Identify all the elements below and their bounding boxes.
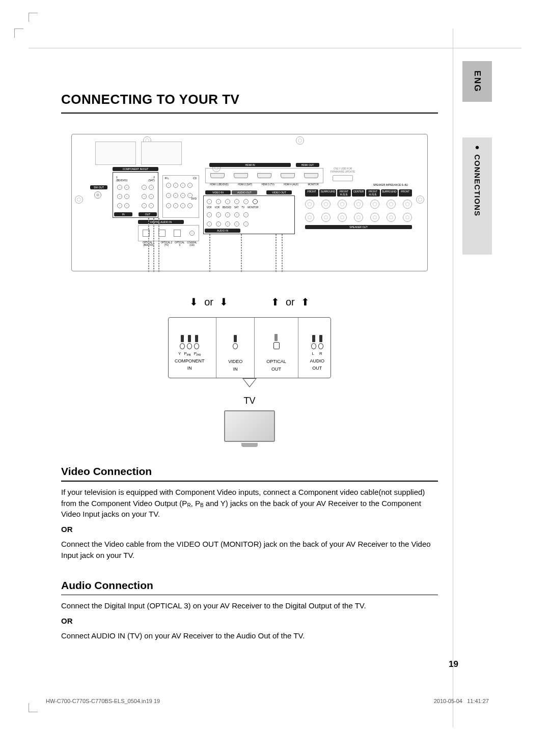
tv-screen-icon: [224, 410, 275, 442]
label-speaker-out: SPEAKER OUT: [305, 225, 412, 229]
tv-ports-box: Y PPB PPR COMPONENT IN VIDEO IN OPTICAL …: [168, 317, 331, 378]
cable: [282, 234, 283, 272]
tv-label: TV: [222, 396, 278, 406]
or-label: or: [204, 296, 213, 308]
title-rule: [61, 113, 438, 114]
port-optical: OPTICAL OUT: [266, 327, 286, 372]
label-in: IN: [114, 212, 132, 216]
label-digital-audio-in: DIGITAL AUDIO IN: [138, 220, 184, 224]
or-label: OR: [61, 617, 438, 625]
hdmi-port: [257, 173, 271, 178]
label-hdmi-out: HDMI OUT: [296, 163, 319, 167]
screw-icon: [75, 195, 83, 204]
arrow-down-icon: ⬇: [219, 296, 228, 308]
hdmi-row: [205, 168, 323, 183]
cable: [276, 234, 277, 272]
screw-icon: [296, 136, 304, 145]
section-tab: ● CONNECTIONS: [471, 143, 484, 249]
or-label: or: [286, 296, 295, 308]
or-row: ⬇ or ⬇ ⬆ or ⬆: [61, 296, 438, 308]
arrow-down-icon: ⬇: [189, 296, 198, 308]
or-label: OR: [61, 525, 438, 534]
cable: [209, 234, 210, 272]
cd-dvd-block: R L CD DVD: [162, 175, 199, 218]
label: CD: [193, 177, 197, 180]
jack-swout: [94, 191, 101, 199]
cable: [153, 218, 154, 272]
cable: [158, 218, 159, 272]
page-number: 19: [449, 659, 458, 669]
label-audio-in: AUDIO IN: [205, 229, 240, 233]
guide-rule: [453, 29, 453, 727]
arrow-up-icon: ⬆: [271, 296, 280, 308]
label: R L: [165, 177, 169, 180]
tv-stand-icon: [241, 443, 258, 447]
section-label: ● CONNECTIONS: [473, 143, 482, 216]
panel-blank: [141, 142, 182, 165]
label-hdmi-in: HDMI IN: [209, 163, 291, 167]
body-text: Connect the Video cable from the VIDEO O…: [61, 539, 438, 561]
port-audio: LR AUDIO OUT: [310, 327, 324, 372]
usb-port: [333, 175, 353, 181]
body-text: Connect AUDIO IN (TV) on your AV Receive…: [61, 630, 438, 641]
heading-audio: Audio Connection: [61, 579, 438, 592]
label-video-out: VIDEO OUT: [266, 190, 292, 194]
guide-rule: [29, 48, 521, 48]
footer-timestamp: 2010-05-04 11:41:27: [434, 698, 489, 704]
heading-video: Video Connection: [61, 465, 438, 478]
hdmi-port: [234, 173, 248, 178]
tv-illustration: TV: [222, 396, 278, 447]
receiver-rear-diagram: COMPONENT IN/OUT 1(BD/DVD) 2(SAT) IN OUT…: [71, 134, 428, 271]
arrow-up-icon: ⬆: [301, 296, 310, 308]
speaker-block: FRONT SURROUND FRONT H./S.B. CENTER FRON…: [305, 189, 412, 229]
label: 1(BD/DVD): [116, 176, 127, 182]
heading-rule: [61, 481, 438, 482]
speaker-labels: FRONT SURROUND FRONT H./S.B. CENTER FRON…: [305, 189, 412, 197]
hdmi-port: [281, 173, 295, 178]
panel-blank: [95, 142, 136, 165]
label-audio-out: AUDIO OUT: [232, 190, 257, 194]
crop-mark: [29, 13, 38, 22]
label-out: OUT: [139, 212, 157, 216]
hdmi-labels: HDMI 1 (BD/DVD)HDMI 2 (SAT)HDMI 3 (TV)HD…: [205, 183, 323, 186]
crop-mark: [29, 712, 38, 712]
body-text: If your television is equipped with Comp…: [61, 487, 438, 520]
label-video-in: VIDEO IN: [205, 190, 231, 194]
screw-icon: [416, 195, 424, 204]
optical-row: [138, 225, 199, 241]
label: DVD: [191, 197, 197, 200]
crop-mark: [14, 29, 23, 38]
pointer-icon: [243, 379, 256, 386]
label-component-inout: COMPONENT IN/OUT: [113, 167, 158, 171]
crop-mark: [29, 703, 29, 712]
body-text: Connect the Digital Input (OPTICAL 3) on…: [61, 600, 438, 611]
label-swout: SW OUT: [90, 185, 107, 189]
row-labels: VCRVCRBD/DVDSATTVMONITOR: [207, 206, 258, 209]
language-label: ENG: [472, 71, 482, 93]
video-audio-block: VCRVCRBD/DVDSATTVMONITOR AUDIO IN: [203, 195, 295, 234]
label-usb: ONLY USB FOR FIRMWARE UPDATE: [327, 167, 358, 173]
hdmi-port: [304, 173, 318, 178]
optical-labels: OPTICAL 1 (BD/DVD)OPTICAL 2 (TV)OPTICAL …: [138, 241, 199, 246]
cable: [148, 218, 149, 272]
page-title: CONNECTING TO YOUR TV: [61, 92, 438, 107]
footer-filename: HW-C700-C770S-C770BS-ELS_0504.in19 19: [46, 698, 160, 704]
hdmi-port: [210, 173, 225, 178]
heading-rule: [61, 595, 438, 596]
component-block: 1(BD/DVD) 2(SAT) IN OUT: [113, 172, 158, 218]
cable: [241, 234, 242, 272]
port-video: VIDEO IN: [228, 327, 242, 372]
language-tab: ENG: [462, 61, 492, 102]
port-component: Y PPB PPR COMPONENT IN: [175, 327, 205, 372]
label: 2(SAT): [148, 176, 155, 182]
label-speaker-imp: SPEAKER IMPEDANCE 6~8Ω: [373, 183, 408, 186]
